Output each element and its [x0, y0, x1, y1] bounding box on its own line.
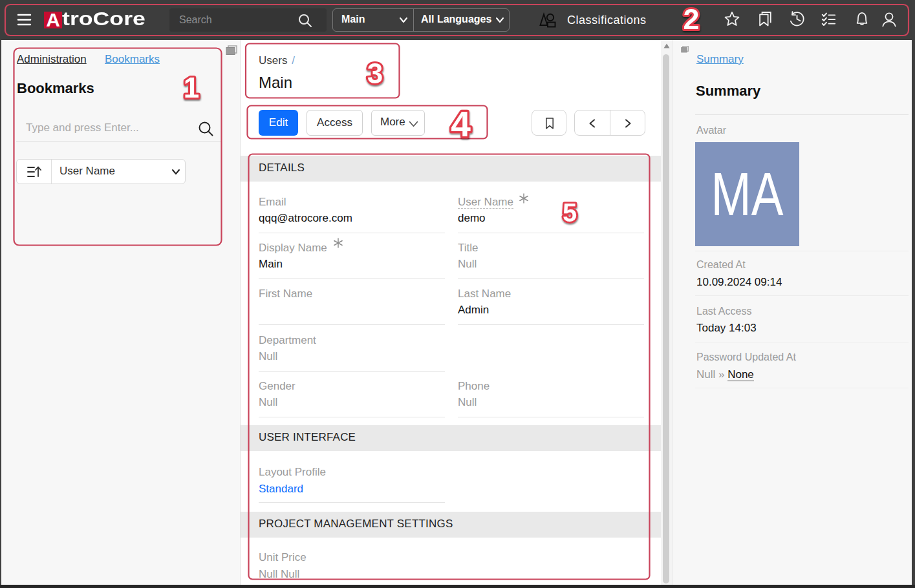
- svg-text:MA: MA: [711, 160, 784, 228]
